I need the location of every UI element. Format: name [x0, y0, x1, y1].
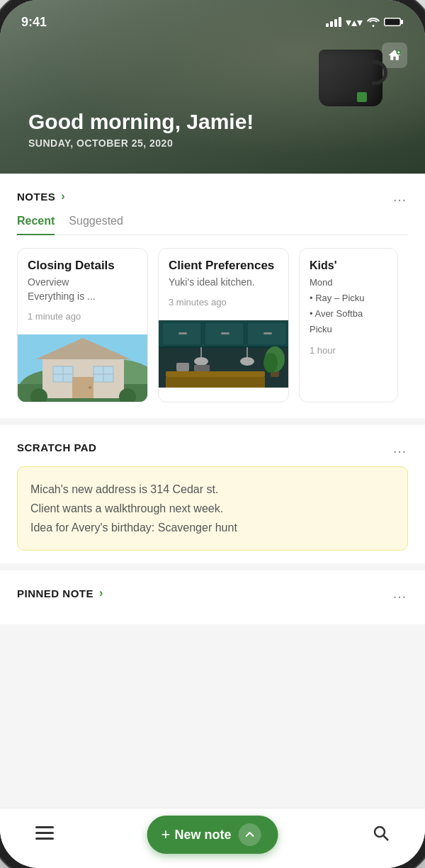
new-note-plus-icon: + [162, 827, 171, 842]
menu-icon[interactable] [35, 826, 54, 840]
search-icon[interactable] [373, 825, 390, 842]
svg-rect-43 [35, 838, 54, 840]
notes-scroll-container: Closing Details OverviewEverything is ..… [17, 248, 408, 405]
notes-more-button[interactable]: … [392, 189, 408, 203]
svg-rect-28 [221, 332, 230, 334]
note-card-preview-2: Yuki's ideal kitchen. [169, 276, 278, 290]
signal-bar-1 [326, 23, 329, 27]
svg-rect-35 [166, 377, 265, 388]
pinned-note-section: PINNED NOTE › … [0, 570, 425, 624]
new-note-button[interactable]: + New note [147, 816, 278, 854]
note-card-preview: OverviewEverything is ... [28, 276, 137, 303]
svg-rect-34 [166, 371, 265, 377]
tab-recent[interactable]: Recent [17, 215, 55, 235]
pinned-note-title: PINNED NOTE [17, 587, 94, 599]
signal-bar-2 [330, 21, 333, 27]
svg-point-18 [89, 386, 91, 389]
svg-point-31 [194, 357, 208, 366]
svg-rect-27 [178, 332, 187, 334]
note-card-content-2: Client Preferences Yuki's ideal kitchen.… [159, 249, 288, 320]
note-card-title: Closing Details [28, 259, 137, 273]
svg-rect-42 [35, 832, 54, 834]
note-card-time-3: 1 hour [310, 345, 387, 356]
new-note-expand-icon[interactable] [238, 823, 261, 846]
pinned-note-chevron-icon[interactable]: › [99, 587, 103, 599]
cup-tag [357, 92, 367, 102]
note-card-time: 1 minute ago [28, 311, 137, 322]
svg-rect-39 [176, 363, 189, 371]
scratch-pad-title: SCRATCH PAD [17, 441, 96, 453]
hero-content: Good morning, Jamie! SUNDAY, OCTOBER 25,… [28, 110, 254, 149]
scratch-pad-more-button[interactable]: … [392, 441, 408, 455]
note-card-closing-details[interactable]: Closing Details OverviewEverything is ..… [17, 248, 148, 402]
scratch-pad-header: SCRATCH PAD … [17, 441, 408, 455]
svg-line-45 [384, 835, 389, 840]
note-card-kids[interactable]: Kids' Mond • Ray – Picku • Aver Softba P… [299, 248, 398, 402]
signal-bars-icon [326, 17, 341, 27]
hero-cup-decoration [305, 43, 397, 120]
status-icons: ▾▴▾ [326, 16, 404, 29]
pinned-note-header: PINNED NOTE › … [17, 586, 408, 600]
cup-handle [372, 60, 387, 85]
note-card-client-preferences[interactable]: Client Preferences Yuki's ideal kitchen.… [158, 248, 289, 402]
notes-chevron-icon[interactable]: › [61, 190, 64, 203]
tab-suggested[interactable]: Suggested [69, 215, 123, 235]
svg-rect-41 [35, 826, 54, 828]
svg-point-33 [240, 357, 254, 366]
pinned-title-row[interactable]: PINNED NOTE › [17, 587, 103, 599]
notes-title-row[interactable]: NOTES › [17, 190, 65, 203]
note-card-image-kitchen [159, 320, 288, 388]
wifi-icon-svg [367, 17, 380, 27]
notes-section-title: NOTES [17, 191, 55, 203]
note-card-image-house [18, 334, 147, 402]
battery-icon [384, 17, 404, 27]
notes-tabs: Recent Suggested [17, 215, 408, 235]
svg-point-44 [375, 827, 385, 837]
note-card-title-3: Kids' [310, 259, 387, 272]
note-card-preview-3: Mond • Ray – Picku • Aver Softba Picku [310, 275, 387, 337]
hero-greeting: Good morning, Jamie! [28, 110, 254, 133]
scratch-pad-section: SCRATCH PAD … Micah's new address is 314… [0, 425, 425, 564]
new-note-label: New note [174, 828, 231, 842]
note-card-time-2: 3 minutes ago [169, 297, 278, 308]
status-bar: 9:41 ▾▴▾ [0, 0, 425, 35]
svg-point-38 [264, 353, 278, 373]
bottom-nav: + New note [0, 808, 425, 868]
svg-rect-3 [385, 19, 400, 26]
signal-bar-4 [339, 17, 341, 27]
notes-section: NOTES › … Recent Suggested Closing Detai… [0, 174, 425, 418]
note-card-title-2: Client Preferences [169, 259, 278, 273]
svg-rect-2 [401, 20, 403, 24]
wifi-icon: ▾▴▾ [346, 16, 363, 29]
note-card-content: Closing Details OverviewEverything is ..… [18, 249, 147, 334]
hero-date: SUNDAY, OCTOBER 25, 2020 [28, 137, 254, 149]
scratch-pad-text: Micah's new address is 314 Cedar st. Cli… [30, 480, 395, 538]
pinned-note-more-button[interactable]: … [392, 586, 408, 600]
signal-bar-3 [334, 19, 337, 27]
notes-header: NOTES › … [17, 189, 408, 203]
svg-rect-40 [194, 365, 210, 371]
phone-frame: 9:41 ▾▴▾ [0, 0, 425, 868]
svg-rect-29 [264, 332, 272, 334]
main-content: NOTES › … Recent Suggested Closing Detai… [0, 174, 425, 808]
status-time: 9:41 [21, 15, 47, 30]
note-card-content-3: Kids' Mond • Ray – Picku • Aver Softba P… [300, 249, 397, 368]
scratch-pad-area[interactable]: Micah's new address is 314 Cedar st. Cli… [17, 466, 408, 551]
